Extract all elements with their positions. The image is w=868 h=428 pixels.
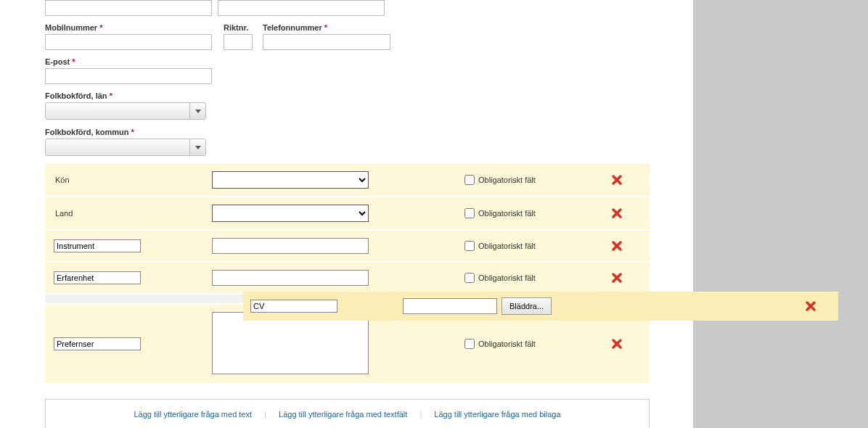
- add-text-question-link[interactable]: Lägg till ytterligare fråga med text: [123, 410, 262, 419]
- mobile-label: Mobilnummer *: [45, 23, 218, 32]
- prefernser-textarea[interactable]: [212, 312, 369, 374]
- mandatory-label: Obligatoriskt fält: [478, 176, 536, 184]
- instrument-value-input[interactable]: [212, 238, 369, 254]
- land-mandatory-checkbox[interactable]: [464, 208, 475, 218]
- page-container: Mobilnummer * Riktnr. Telefonnummer * E-…: [0, 0, 693, 428]
- kon-mandatory-checkbox[interactable]: [464, 175, 475, 185]
- prefernser-name-input[interactable]: [54, 337, 141, 350]
- instrument-name-input[interactable]: [54, 239, 141, 252]
- mandatory-label: Obligatoriskt fält: [478, 273, 536, 282]
- epost-label: E-post *: [45, 57, 693, 66]
- chevron-down-icon[interactable]: [189, 139, 205, 155]
- delete-icon[interactable]: [611, 338, 623, 350]
- custom-row-erfarenhet: Obligatoriskt fält: [45, 263, 650, 295]
- custom-row-land: Land Obligatoriskt fält: [45, 197, 650, 231]
- kommun-combo[interactable]: [45, 139, 206, 156]
- erfarenhet-name-input[interactable]: [54, 271, 141, 284]
- add-attachment-question-link[interactable]: Lägg till ytterligare fråga med bilaga: [424, 410, 570, 419]
- erfarenhet-value-input[interactable]: [212, 270, 369, 286]
- land-select[interactable]: [212, 205, 369, 222]
- custom-row-instrument: Obligatoriskt fält: [45, 231, 650, 263]
- dragged-attachment-row[interactable]: Bläddra...: [243, 292, 838, 321]
- epost-input[interactable]: [45, 68, 212, 84]
- mandatory-label: Obligatoriskt fält: [478, 242, 536, 250]
- row-label: Land: [54, 209, 73, 218]
- row-label: Kön: [54, 176, 70, 184]
- prev-field-1[interactable]: [45, 0, 212, 16]
- browse-button[interactable]: Bläddra...: [501, 297, 552, 315]
- attachment-file-path[interactable]: [403, 298, 497, 314]
- custom-fields-section: Kön Obligatoriskt fält Land Obligatorisk…: [45, 164, 650, 384]
- mandatory-label: Obligatoriskt fält: [478, 339, 536, 348]
- telefon-label: Telefonnummer *: [263, 23, 390, 32]
- prev-field-2[interactable]: [218, 0, 385, 16]
- riktnr-label: Riktnr.: [224, 23, 257, 32]
- chevron-down-icon[interactable]: [189, 103, 205, 119]
- attachment-name-input[interactable]: [250, 300, 337, 313]
- delete-icon[interactable]: [611, 174, 623, 186]
- prefernser-mandatory-checkbox[interactable]: [464, 339, 475, 349]
- add-question-footer: Lägg till ytterligare fråga med text | L…: [45, 399, 650, 428]
- delete-icon[interactable]: [611, 240, 623, 252]
- kommun-label: Folkbokförd, kommun *: [45, 128, 693, 136]
- erfarenhet-mandatory-checkbox[interactable]: [464, 273, 475, 283]
- mobile-input[interactable]: [45, 34, 212, 50]
- riktnr-input[interactable]: [224, 34, 253, 50]
- kon-select[interactable]: [212, 171, 369, 189]
- mandatory-label: Obligatoriskt fält: [478, 209, 536, 218]
- custom-row-kon: Kön Obligatoriskt fält: [45, 164, 650, 197]
- add-textfield-question-link[interactable]: Lägg till ytterligare fråga med textfält: [269, 410, 417, 419]
- lan-combo[interactable]: [45, 102, 206, 120]
- instrument-mandatory-checkbox[interactable]: [464, 241, 475, 251]
- delete-icon[interactable]: [611, 272, 623, 284]
- telefon-input[interactable]: [263, 34, 390, 50]
- delete-icon[interactable]: [805, 300, 816, 312]
- delete-icon[interactable]: [611, 207, 623, 219]
- lan-label: Folkbokförd, län *: [45, 91, 693, 100]
